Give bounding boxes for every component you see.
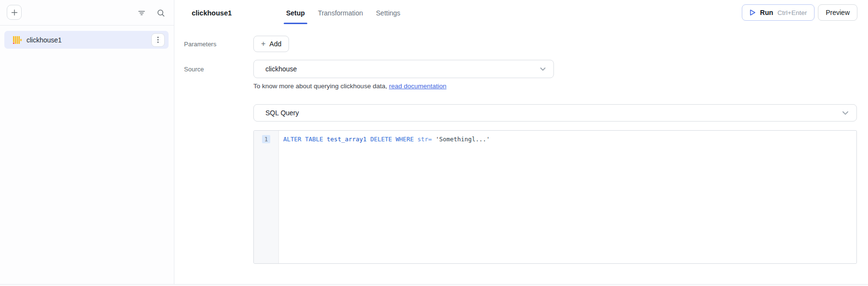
query-item-menu-button[interactable] bbox=[151, 33, 165, 47]
search-icon[interactable] bbox=[157, 9, 165, 17]
source-label: Source bbox=[174, 60, 253, 73]
play-icon bbox=[750, 9, 756, 16]
sidebar-header bbox=[0, 0, 174, 26]
sql-keyword: DELETE WHERE bbox=[370, 136, 418, 143]
kebab-icon bbox=[158, 37, 159, 43]
add-parameter-label: Add bbox=[269, 40, 281, 48]
query-editor-panel: clickhouse1 Setup Transformation Setting… bbox=[174, 0, 868, 284]
source-select-value: clickhouse bbox=[265, 65, 297, 73]
code-line-1: ALTER TABLE test_array1 DELETE WHERE str… bbox=[283, 134, 856, 144]
sql-code-editor[interactable]: 1 ALTER TABLE test_array1 DELETE WHERE s… bbox=[253, 130, 857, 264]
source-helper-text: To know more about querying clickhouse d… bbox=[253, 82, 554, 90]
query-setup-form: Parameters + Add Source clickhouse bbox=[174, 26, 868, 264]
run-button[interactable]: Run Ctrl+Enter bbox=[742, 4, 815, 21]
editor-tabs: Setup Transformation Settings bbox=[286, 0, 400, 26]
sql-identifier: test_array1 bbox=[327, 136, 367, 143]
parameters-label: Parameters bbox=[174, 36, 253, 48]
query-editor-header: clickhouse1 Setup Transformation Setting… bbox=[174, 0, 868, 26]
filter-icon[interactable] bbox=[137, 9, 146, 17]
app-window: clickhouse1 clickhouse1 Setup Transforma… bbox=[0, 0, 868, 286]
sql-column-operator: str= bbox=[417, 136, 435, 143]
tab-settings[interactable]: Settings bbox=[376, 0, 401, 26]
read-documentation-link[interactable]: read documentation bbox=[389, 82, 446, 90]
run-shortcut-hint: Ctrl+Enter bbox=[777, 9, 807, 16]
clickhouse-logo-icon bbox=[13, 36, 22, 44]
sql-keyword: ALTER TABLE bbox=[283, 136, 327, 143]
tab-transformation[interactable]: Transformation bbox=[318, 0, 363, 26]
query-sidebar: clickhouse1 bbox=[0, 0, 174, 286]
tab-setup[interactable]: Setup bbox=[286, 0, 305, 26]
helper-text: To know more about querying clickhouse d… bbox=[253, 82, 389, 90]
query-mode-value: SQL Query bbox=[265, 109, 299, 117]
query-mode-select[interactable]: SQL Query bbox=[253, 104, 857, 122]
add-query-button[interactable] bbox=[7, 5, 22, 20]
run-button-label: Run bbox=[760, 9, 773, 16]
query-title: clickhouse1 bbox=[192, 0, 232, 26]
editor-gutter: 1 bbox=[254, 131, 279, 263]
sql-string: 'Somethingl...' bbox=[435, 136, 490, 143]
query-item-label: clickhouse1 bbox=[26, 36, 151, 44]
preview-button[interactable]: Preview bbox=[818, 4, 857, 21]
bottom-divider bbox=[0, 284, 868, 286]
editor-code-area[interactable]: ALTER TABLE test_array1 DELETE WHERE str… bbox=[279, 131, 856, 263]
chevron-down-icon bbox=[539, 65, 547, 73]
line-number: 1 bbox=[254, 134, 278, 144]
plus-icon bbox=[11, 9, 18, 16]
chevron-down-icon bbox=[841, 109, 850, 117]
add-parameter-button[interactable]: + Add bbox=[253, 36, 289, 52]
query-list-item-clickhouse1[interactable]: clickhouse1 bbox=[4, 31, 169, 49]
plus-icon: + bbox=[261, 40, 265, 48]
preview-button-label: Preview bbox=[826, 9, 850, 16]
sql-space bbox=[367, 136, 370, 143]
source-select[interactable]: clickhouse bbox=[253, 60, 554, 78]
